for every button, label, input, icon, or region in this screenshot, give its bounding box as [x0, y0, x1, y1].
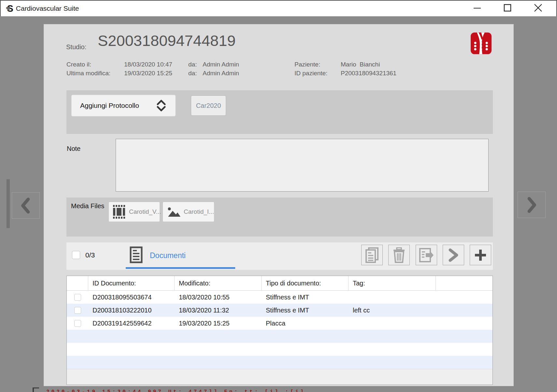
column-header-type: Tipo di documento: — [262, 276, 349, 290]
table-row[interactable]: D20031809550367418/03/2020 10:55Stiffnes… — [67, 291, 493, 304]
type-cell — [262, 330, 349, 343]
tag-cell — [349, 291, 436, 304]
add-protocol-dropdown[interactable]: Aggiungi Protocollo — [71, 95, 176, 116]
media-file-video-label: Carotid_V... — [129, 208, 161, 215]
modified-cell — [175, 330, 262, 343]
minimize-button[interactable] — [467, 0, 487, 16]
plus-icon — [474, 248, 487, 262]
type-cell: Stiffness e IMT — [262, 304, 349, 317]
delete-document-button[interactable] — [388, 245, 410, 265]
column-header-id: ID Documento: — [88, 276, 175, 290]
type-cell — [262, 343, 349, 356]
tag-cell: left cc — [349, 304, 436, 317]
column-header-tag: Tag: — [349, 276, 436, 290]
type-cell: Placca — [262, 317, 349, 330]
row-checkbox-cell — [67, 343, 88, 356]
tag-cell — [349, 343, 436, 356]
protocol-chip-car2020[interactable]: Car2020 — [191, 95, 226, 116]
media-files-section: Media Files Carotid_V... — [66, 197, 493, 237]
study-panel: Studio: S200318094744819 Creato il: 18/0… — [44, 24, 514, 386]
patient-name: Mario Bianchi — [341, 61, 380, 68]
modified-cell — [175, 356, 262, 369]
created-value: 18/03/2020 10:47 — [124, 61, 172, 68]
doc-id-cell — [88, 343, 175, 356]
clipped-console-text: 2020-03-19 15:30:44.997 Ut: 4747]] Fn: t… — [46, 389, 378, 392]
table-row[interactable]: D20031810322201018/03/2020 11:32Stiffnes… — [67, 304, 493, 317]
suite-logo-icon — [471, 32, 492, 54]
created-label: Creato il: — [66, 61, 91, 68]
tag-cell — [349, 356, 436, 369]
studio-label: Studio: — [66, 43, 86, 51]
tab-documenti-label: Documenti — [150, 251, 186, 260]
spacer-cell — [436, 343, 493, 356]
spacer-cell — [436, 330, 493, 343]
app-logo-icon: ♥ S — [6, 3, 13, 14]
note-label: Note — [67, 145, 80, 152]
window-title: Cardiovascular Suite — [16, 5, 79, 12]
modified-by-label: da: — [188, 70, 197, 77]
modified-label: Ultima modifica: — [66, 70, 110, 77]
doc-id-cell: D200318103222010 — [88, 304, 175, 317]
spacer-cell — [436, 317, 493, 330]
chevron-right-icon — [522, 195, 541, 215]
spacer-cell — [436, 291, 493, 304]
created-by-label: da: — [188, 61, 197, 68]
media-file-video-button[interactable]: Carotid_V... — [108, 202, 160, 222]
document-icon — [130, 246, 143, 263]
doc-id-cell: D200318095503674 — [88, 291, 175, 304]
protocol-section: Aggiungi Protocollo Car2020 — [66, 90, 493, 134]
documents-toolbar: 0/3 Documenti — [66, 242, 493, 270]
add-protocol-dropdown-label: Aggiungi Protocollo — [72, 102, 156, 109]
copy-icon — [365, 247, 379, 263]
export-document-button[interactable] — [416, 245, 437, 265]
note-input[interactable] — [116, 139, 489, 192]
modified-cell: 18/03/2020 10:55 — [175, 291, 262, 304]
trash-icon — [392, 247, 406, 263]
modified-cell — [175, 343, 262, 356]
checkbox-column-header — [67, 276, 88, 290]
row-checkbox-cell — [67, 356, 88, 369]
film-icon — [113, 205, 126, 219]
next-study-button[interactable] — [518, 192, 546, 218]
created-by-value: Admin Admin — [203, 61, 239, 68]
row-checkbox[interactable] — [74, 320, 81, 327]
background-window-edge — [7, 179, 10, 228]
row-checkbox[interactable] — [74, 307, 81, 314]
patient-label: Paziente: — [294, 61, 320, 68]
active-tab-indicator — [126, 267, 235, 269]
add-document-button[interactable] — [470, 245, 491, 265]
select-all-checkbox[interactable] — [72, 251, 80, 259]
tag-cell — [349, 330, 436, 343]
column-header-modified: Modificato: — [175, 276, 262, 290]
table-row — [67, 330, 493, 343]
copy-document-button[interactable] — [361, 245, 383, 265]
dropdown-updown-icon — [156, 100, 167, 111]
open-document-button[interactable] — [443, 245, 464, 265]
doc-id-cell — [88, 356, 175, 369]
previous-study-button[interactable] — [12, 192, 40, 219]
selection-count: 0/3 — [85, 251, 95, 259]
modified-value: 19/03/2020 15:25 — [124, 70, 172, 77]
export-icon — [419, 247, 434, 263]
row-checkbox-cell — [67, 317, 88, 330]
modified-by-value: Admin Admin — [203, 70, 239, 77]
maximize-button[interactable] — [497, 0, 518, 16]
media-files-label: Media Files — [71, 202, 104, 210]
row-checkbox-cell — [67, 291, 88, 304]
media-file-image-button[interactable]: Carotid_I... — [163, 202, 214, 222]
column-header-spacer — [436, 276, 493, 290]
documents-table-header: ID Documento: Modificato: Tipo di docume… — [67, 276, 493, 291]
modified-cell: 19/03/2020 15:25 — [175, 317, 262, 330]
tag-cell — [349, 317, 436, 330]
patient-id-label: ID paziente: — [294, 70, 327, 77]
study-id: S200318094744819 — [98, 32, 236, 50]
documents-table-footer — [67, 369, 493, 384]
doc-id-cell — [88, 330, 175, 343]
tab-documenti[interactable]: Documenti — [126, 242, 235, 270]
doc-id-cell: D200319142559642 — [88, 317, 175, 330]
close-button[interactable] — [528, 0, 548, 16]
row-checkbox[interactable] — [74, 294, 81, 301]
chevron-right-icon — [447, 248, 460, 262]
table-row[interactable]: D20031914255964219/03/2020 15:25Placca — [67, 317, 493, 330]
spacer-cell — [436, 356, 493, 369]
